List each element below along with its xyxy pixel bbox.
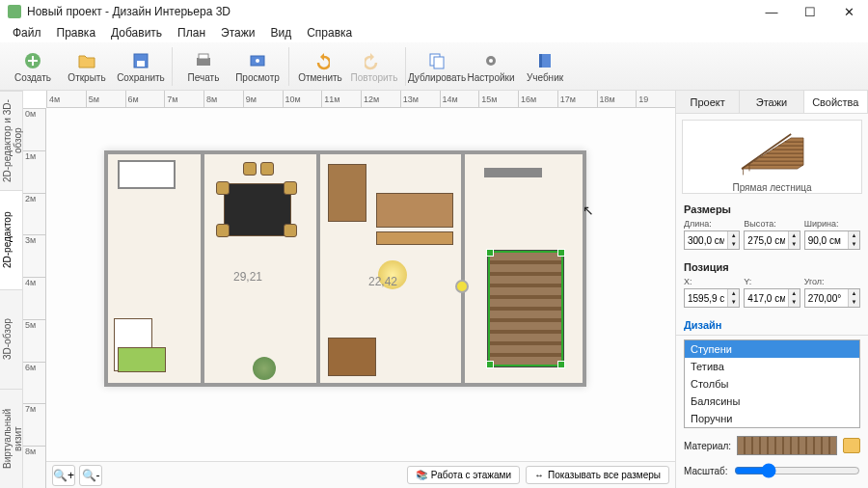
left-tab-1[interactable]: 2D-редактор	[0, 190, 22, 289]
right-tab-Проект[interactable]: Проект	[676, 91, 740, 113]
room-area-3: 22,42	[368, 275, 397, 288]
window-title: Новый проект - Дизайн Интерьера 3D	[27, 5, 231, 18]
left-tabs: 2D-редактор и 3D-обзор2D-редактор3D-обзо…	[0, 91, 23, 488]
floors-button[interactable]: 📚 Работа с этажами	[407, 466, 520, 484]
object-name: Прямая лестница	[732, 182, 811, 193]
design-option-3[interactable]: Балясины	[685, 393, 859, 410]
toolbar-print-button[interactable]: Печать	[176, 44, 231, 89]
sizes-heading: Размеры	[684, 203, 860, 215]
y-input[interactable]: ▲▼	[744, 288, 800, 308]
design-heading: Дизайн	[676, 315, 868, 336]
show-dimensions-button[interactable]: ↔ Показывать все размеры	[526, 466, 669, 484]
toolbar-folder-button[interactable]: Открыть	[60, 44, 114, 89]
room-2[interactable]: 29,21	[204, 154, 320, 383]
left-tab-2[interactable]: 3D-обзор	[0, 289, 22, 389]
zoom-in-button[interactable]: 🔍+	[52, 465, 75, 486]
canvas-bottom-bar: 🔍+ 🔍- 📚 Работа с этажами ↔ Показывать вс…	[46, 461, 675, 488]
menu-Добавить[interactable]: Добавить	[104, 24, 169, 41]
house-outline[interactable]: 29,21 22,42 20,65	[104, 150, 586, 387]
minimize-button[interactable]: —	[752, 0, 791, 23]
menu-Вид[interactable]: Вид	[263, 24, 298, 41]
toolbar-plus-button[interactable]: Создать	[6, 44, 60, 89]
svg-point-6	[256, 59, 259, 63]
menu-План[interactable]: План	[171, 24, 212, 41]
toolbar: СоздатьОткрытьСохранитьПечатьПросмотрОтм…	[0, 42, 868, 91]
menu-Справка[interactable]: Справка	[300, 24, 359, 41]
left-tab-3[interactable]: Виртуальный визит	[0, 389, 22, 488]
app-icon	[8, 5, 21, 18]
svg-marker-14	[747, 161, 803, 165]
height-input[interactable]: ▲▼	[744, 230, 800, 250]
toolbar-copy-button[interactable]: Дублировать	[410, 44, 464, 89]
scale-slider[interactable]	[734, 463, 860, 478]
design-parts-list[interactable]: СтупениТетиваСтолбыБалясиныПоручни	[684, 339, 860, 428]
toolbar-gear-button[interactable]: Настройки	[464, 44, 518, 89]
design-option-2[interactable]: Столбы	[685, 375, 859, 393]
stairs-object[interactable]	[488, 251, 563, 366]
toolbar-disk-button[interactable]: Сохранить	[114, 44, 168, 89]
room-area-2: 29,21	[233, 270, 262, 284]
svg-marker-19	[778, 142, 803, 146]
toolbar-eye-button[interactable]: Просмотр	[231, 44, 285, 89]
material-label: Материал:	[684, 441, 731, 451]
close-button[interactable]: ✕	[829, 0, 868, 23]
length-input[interactable]: ▲▼	[684, 230, 740, 250]
menu-Файл[interactable]: Файл	[6, 24, 48, 41]
titlebar: Новый проект - Дизайн Интерьера 3D — ☐ ✕	[0, 0, 868, 23]
svg-marker-13	[742, 165, 803, 169]
svg-marker-17	[766, 149, 802, 153]
room-1[interactable]	[108, 154, 204, 383]
room-3[interactable]: 22,42	[320, 154, 465, 383]
menu-Правка[interactable]: Правка	[50, 24, 103, 41]
design-option-4[interactable]: Поручни	[685, 410, 859, 427]
resize-handle[interactable]	[486, 361, 494, 368]
toolbar-undo-button[interactable]: Отменить	[293, 44, 347, 89]
toolbar-book-button[interactable]: Учебник	[518, 44, 572, 89]
material-swatch[interactable]	[737, 436, 837, 455]
position-heading: Позиция	[684, 261, 860, 273]
svg-marker-15	[753, 157, 802, 161]
stairs-icon	[734, 121, 811, 178]
properties-panel: ПроектЭтажиСвойства Прямая лестница	[675, 91, 868, 488]
svg-rect-2	[137, 61, 145, 67]
svg-marker-16	[760, 153, 803, 157]
browse-material-button[interactable]	[843, 438, 860, 453]
canvas-area[interactable]: 4м5м6м7м8м9м10м11м12м13м14м15м16м17м18м1…	[23, 91, 675, 488]
resize-handle[interactable]	[557, 249, 565, 257]
angle-input[interactable]: ▲▼	[804, 288, 860, 308]
width-input[interactable]: ▲▼	[804, 230, 860, 250]
svg-rect-8	[434, 57, 444, 68]
right-tab-Этажи[interactable]: Этажи	[740, 91, 803, 113]
svg-point-10	[489, 59, 493, 63]
scale-label: Масштаб:	[684, 466, 728, 476]
object-preview: Прямая лестница	[682, 120, 862, 194]
ruler-top: 4м5м6м7м8м9м10м11м12м13м14м15м16м17м18м1…	[46, 91, 675, 108]
more-stairs-settings-link[interactable]: ⚙ Дополнительные настройки лестницы 3D	[676, 482, 868, 488]
svg-marker-18	[773, 146, 803, 149]
floorplan[interactable]: 29,21 22,42 20,65	[46, 108, 675, 461]
menu-Этажи[interactable]: Этажи	[214, 24, 261, 41]
svg-rect-4	[199, 54, 208, 59]
svg-rect-12	[539, 54, 542, 68]
resize-handle[interactable]	[557, 361, 565, 368]
ruler-left: 0м1м2м3м4м5м6м7м8м	[23, 108, 46, 488]
resize-handle[interactable]	[486, 249, 494, 257]
maximize-button[interactable]: ☐	[791, 0, 829, 23]
menubar: ФайлПравкаДобавитьПланЭтажиВидСправка	[0, 23, 868, 42]
x-input[interactable]: ▲▼	[684, 288, 740, 308]
svg-marker-20	[784, 138, 802, 142]
design-option-1[interactable]: Тетива	[685, 358, 859, 375]
zoom-out-button[interactable]: 🔍-	[79, 465, 102, 486]
right-tab-Свойства[interactable]: Свойства	[804, 91, 868, 113]
left-tab-0[interactable]: 2D-редактор и 3D-обзор	[0, 91, 22, 190]
design-option-0[interactable]: Ступени	[685, 340, 859, 358]
toolbar-redo-button: Повторить	[347, 44, 401, 89]
right-tabs: ПроектЭтажиСвойства	[676, 91, 868, 114]
